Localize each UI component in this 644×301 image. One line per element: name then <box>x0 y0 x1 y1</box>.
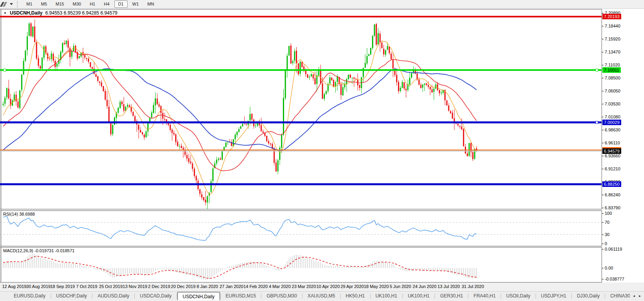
candle-body <box>405 89 407 90</box>
tab-eurusd-daily[interactable]: EURUSD,Daily <box>9 292 51 300</box>
candle-body <box>326 91 327 94</box>
timeframe-button-m5[interactable]: M5 <box>37 0 51 8</box>
candle-body <box>381 42 382 48</box>
candle-body <box>352 78 353 78</box>
candle-body <box>400 88 401 91</box>
candle-body <box>298 63 299 74</box>
candle-body <box>303 66 305 70</box>
candle-body <box>428 85 429 87</box>
timeframe-button-d1[interactable]: D1 <box>114 0 128 8</box>
candle-body <box>270 144 271 144</box>
candle-body <box>57 63 58 66</box>
date-tick-label: 20 Dec 2019 <box>171 284 195 289</box>
tab-usdcnh-daily[interactable]: USDCNH,Daily <box>177 292 220 301</box>
tab-usoil-daily[interactable]: USOil,Daily <box>501 292 535 300</box>
tab-list: EURUSD,DailyUSDCHF,DailyAUDUSD,DailyUSDC… <box>0 292 630 301</box>
candle-body <box>173 133 174 135</box>
rsi-indicator-label: RSI(14) 38.6988 <box>3 212 35 216</box>
candle-body <box>151 113 152 118</box>
tab-usdchf-daily[interactable]: USDCHF,Daily <box>51 292 92 300</box>
candle-body <box>251 114 253 120</box>
date-tick-label: 25 Oct 2019 <box>99 284 123 289</box>
date-tick-label: 27 Jan 2020 <box>220 284 244 289</box>
candle-body <box>186 155 187 159</box>
rsi-chart-canvas[interactable] <box>0 211 602 246</box>
tab-china300-h4[interactable]: CHINA300,H4 <box>605 292 630 300</box>
candle-body <box>212 168 213 181</box>
candle-body <box>242 124 243 126</box>
tab-eurusd-m15[interactable]: EURUSD,M15 <box>220 292 261 300</box>
tab-uk100-h1[interactable]: UK100,H1 <box>403 292 435 300</box>
candle-body <box>285 70 286 98</box>
candle-body <box>103 86 104 91</box>
candle-body <box>355 79 356 79</box>
candle-body <box>101 83 102 87</box>
candle-body <box>409 78 410 85</box>
candle-body <box>42 58 43 69</box>
candle-body <box>261 125 262 131</box>
candle-body <box>354 78 355 79</box>
tab-audusd-daily[interactable]: AUDUSD,Daily <box>92 292 134 300</box>
tab-scroll-right-button[interactable]: ► <box>637 293 642 299</box>
timeframe-button-w1[interactable]: W1 <box>128 0 143 8</box>
candle-body <box>181 146 182 148</box>
timeframe-button-h4[interactable]: H4 <box>100 0 113 8</box>
candle-body <box>363 68 364 77</box>
candle-body <box>19 90 20 108</box>
candle-body <box>288 46 290 55</box>
tab-usdjpy-h1[interactable]: USDJPY,H1 <box>536 292 571 300</box>
dropdown-arrow-icon[interactable] <box>10 3 13 5</box>
top-toolbar: M1M5M15M30H1H4D1W1MN <box>0 0 644 9</box>
price-layers <box>3 19 477 209</box>
candle-body <box>446 100 448 105</box>
chart-tools-icon[interactable] <box>0 1 8 7</box>
timeframe-button-m15[interactable]: M15 <box>52 0 68 8</box>
price-axis-strip[interactable] <box>602 9 644 283</box>
tab-ger30-h1[interactable]: GER30,H1 <box>435 292 468 300</box>
price-chart-canvas[interactable] <box>0 9 602 209</box>
hline-handle[interactable] <box>596 121 598 124</box>
candle-body <box>4 98 6 103</box>
tab-gbpusd-m30[interactable]: GBPUSD,M30 <box>261 292 302 300</box>
tab-xauusd-m5[interactable]: XAUUSD,M5 <box>303 292 340 300</box>
candle-body <box>138 125 139 130</box>
candle-body <box>469 143 470 156</box>
candle-body <box>431 89 433 92</box>
candle-body <box>30 24 31 36</box>
candle-body <box>296 51 297 64</box>
macd-chart-canvas[interactable] <box>0 247 602 283</box>
hline-handle[interactable] <box>4 69 6 71</box>
collapse-icon[interactable]: ▼ <box>4 11 7 15</box>
candle-body <box>279 148 281 160</box>
candle-body <box>275 163 277 171</box>
date-tick-label: 13 Jul 2020 <box>438 284 460 289</box>
candle-body <box>157 99 158 104</box>
candle-body <box>175 134 176 142</box>
candle-body <box>218 159 219 160</box>
timeframe-button-h1[interactable]: H1 <box>86 0 99 8</box>
tab-usdcad-daily[interactable]: USDCAD,Daily <box>135 292 177 300</box>
tab-fra40-h1[interactable]: FRA40,H1 <box>468 292 501 300</box>
candle-body <box>121 102 123 104</box>
timeframe-button-mn[interactable]: MN <box>143 0 158 8</box>
hline-handle[interactable] <box>596 69 598 71</box>
tab-scroll-left-button[interactable]: ◄ <box>631 293 637 299</box>
date-axis[interactable]: 12 Aug 201930 Aug 201918 Sep 20197 Oct 2… <box>0 283 644 291</box>
date-tick-label: 5 Jun 2020 <box>390 284 411 289</box>
candle-body <box>23 61 24 74</box>
candle-body <box>429 87 431 89</box>
candle-body <box>117 108 119 113</box>
timeframe-button-m1[interactable]: M1 <box>22 0 36 8</box>
toolbar-grip-handle[interactable] <box>17 1 19 7</box>
timeframe-button-m30[interactable]: M30 <box>69 0 85 8</box>
tab-dj30-daily[interactable]: DJ30,Daily <box>572 292 605 300</box>
candle-body <box>342 87 343 96</box>
candle-body <box>393 60 394 69</box>
tab-hk50-h1[interactable]: HK50,H1 <box>341 292 370 300</box>
tab-uk100-h1[interactable]: UK100,H1 <box>371 292 402 300</box>
candle-body <box>75 46 76 52</box>
tab-scroll-arrows: ◄ ► <box>630 293 644 299</box>
date-tick-label: 18 May 2020 <box>364 284 389 289</box>
candle-body <box>79 56 80 58</box>
candle-body <box>433 89 435 92</box>
